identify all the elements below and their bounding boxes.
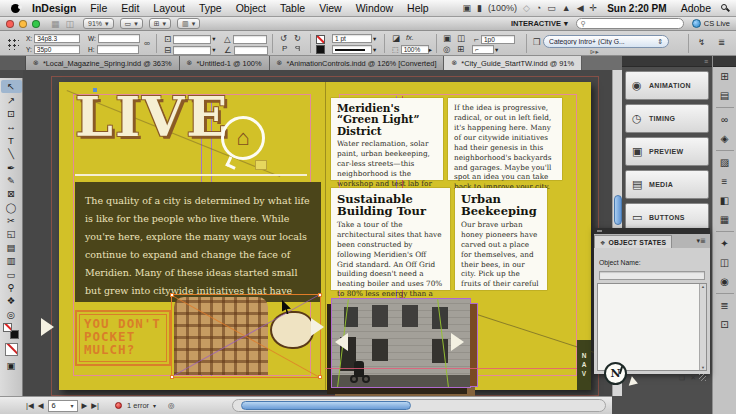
flip-vertical-icon[interactable]: P (295, 44, 300, 53)
displays-icon[interactable]: ▭ (547, 3, 556, 13)
preflight-menu-caret[interactable]: ▾ (153, 402, 156, 409)
menu-object[interactable]: Object (229, 2, 273, 14)
rotation-angle-field[interactable] (233, 35, 267, 44)
ellipse-tool[interactable]: ◯ (1, 201, 22, 214)
panel-button-media[interactable]: ▤MEDIA (625, 170, 709, 199)
zoom-level-dropdown[interactable]: 91%▾ (83, 18, 114, 29)
glyphs-icon[interactable]: ◫ (713, 253, 736, 272)
workspace-switcher[interactable]: INTERACTIVE▾ (511, 19, 568, 28)
spotlight-icon[interactable] (720, 3, 730, 13)
pasteboard-arrow[interactable] (41, 318, 54, 336)
close-window-button[interactable] (6, 20, 14, 28)
x-field[interactable]: 34p8.3 (34, 34, 80, 43)
next-page-button[interactable]: ▶ (82, 401, 88, 410)
gap-tool[interactable]: ↔ (1, 120, 22, 133)
screen-mode-button[interactable]: ▣ (1, 359, 22, 372)
bridge-icon[interactable]: ▦ (51, 19, 60, 29)
constrain-proportions-icon[interactable]: ∞ (144, 38, 150, 48)
wrap-none-icon[interactable]: ▣ (443, 33, 451, 43)
eyedropper-tool[interactable]: ⚲ (1, 281, 22, 294)
zoom-tool[interactable]: ◎ (1, 308, 22, 321)
reference-point-proxy[interactable] (6, 37, 19, 50)
selection-handle[interactable] (170, 293, 174, 297)
last-page-button[interactable]: ▶| (91, 401, 99, 410)
collapse-panels-icon[interactable]: ≡ (704, 58, 708, 65)
swatches-icon[interactable]: ▦ (713, 210, 736, 229)
search-input[interactable] (586, 19, 676, 28)
stroke-weight-field[interactable]: 1 pt (332, 34, 372, 43)
free-transform-tool[interactable]: ◱ (1, 227, 22, 240)
page-tool[interactable]: ⊡ (1, 107, 22, 120)
gradient-tool[interactable]: ▤ (1, 241, 22, 254)
tab-animation-controls[interactable]: ⊗*AnimationControls.indd @ 126% [Convert… (270, 56, 445, 70)
article-sidebar-frame[interactable]: If the idea is progressive, radical, or … (448, 98, 562, 180)
nav-strip[interactable]: NAV (577, 340, 591, 390)
panel-button-animation[interactable]: ◉ANIMATION (625, 71, 709, 100)
stroke-style-dropdown[interactable] (332, 45, 372, 54)
preflight-icon[interactable]: ◎ (168, 401, 175, 410)
object-name-field[interactable] (599, 271, 705, 280)
links-icon[interactable]: ∞ (713, 110, 736, 129)
menu-window[interactable]: Window (349, 2, 400, 14)
menu-indesign[interactable]: InDesign (25, 2, 83, 14)
panel-menu-icon[interactable]: ≣ (718, 37, 725, 47)
panel-button-preview[interactable]: ▣PREVIEW (625, 137, 709, 166)
scale-y-field[interactable] (173, 46, 211, 55)
width-field[interactable] (98, 34, 140, 43)
screen-mode-dropdown[interactable]: ⊞▾ (149, 18, 171, 29)
slideshow-prev-arrow[interactable] (335, 333, 348, 351)
states-list-scrollbar[interactable]: ▲▼ (699, 284, 706, 370)
home-balloon-button[interactable]: ⌂ (221, 116, 265, 160)
zoom-window-button[interactable] (32, 20, 40, 28)
menu-type[interactable]: Type (192, 2, 229, 14)
quick-apply-icon[interactable]: ↯ (698, 37, 705, 47)
fill-proxy-swatch[interactable] (3, 323, 12, 332)
menu-clock[interactable]: Sun 2:20 PM (600, 3, 673, 14)
page-dropdown-caret[interactable]: ▾ (70, 402, 73, 409)
time-machine-icon[interactable]: ◔ (536, 3, 541, 13)
styles-icon[interactable]: ✦ (713, 234, 736, 253)
type-tool[interactable]: T (1, 134, 22, 147)
delete-state-icon[interactable]: ✕ (690, 374, 696, 382)
menu-table[interactable]: Table (273, 2, 312, 14)
view-options-dropdown[interactable]: ▭▾ (120, 18, 143, 29)
gradient-icon[interactable]: ◧ (713, 191, 736, 210)
close-icon[interactable]: ⊗ (277, 59, 283, 67)
stroke-icon[interactable]: ≡ (713, 172, 736, 191)
prev-page-button[interactable]: ◀ (38, 401, 44, 410)
first-page-button[interactable]: |◀ (26, 401, 34, 410)
object-states-tab[interactable]: ❖ OBJECT STATES (594, 235, 672, 248)
selection-tool[interactable]: ↖ (1, 80, 22, 93)
selection-handle[interactable] (318, 375, 322, 379)
panel-button-timing[interactable]: ◷TIMING (625, 104, 709, 133)
resize-grip[interactable] (699, 374, 706, 381)
height-field[interactable] (97, 45, 139, 54)
scissors-tool[interactable]: ✂ (1, 214, 22, 227)
rectangle-frame-tool[interactable]: ⊠ (1, 187, 22, 200)
hand-tool[interactable]: ❖ (1, 294, 22, 307)
menu-file[interactable]: File (83, 2, 114, 14)
selection-handle[interactable] (318, 293, 322, 297)
apply-none-button[interactable] (5, 343, 18, 356)
article-green-light-frame[interactable]: Meridien's “Green Light” District Water … (331, 98, 443, 180)
flip-horizontal-icon[interactable]: P (282, 44, 287, 53)
drop-shadow-icon[interactable]: ◪ (392, 33, 400, 43)
frame-fitting-icon[interactable]: ◎ (443, 44, 450, 54)
effects-icon[interactable]: ▨ (713, 153, 736, 172)
article-building-tour-frame[interactable]: Sustainable Building Tour Take a tour of… (331, 188, 450, 290)
eject-icon[interactable]: ▲ (562, 3, 571, 13)
layers-icon[interactable]: ◈ (713, 129, 736, 148)
dock-header[interactable]: ≡ (622, 56, 712, 67)
menu-help[interactable]: Help (400, 2, 436, 14)
pencil-tool[interactable]: ✎ (1, 174, 22, 187)
tab-city-guide[interactable]: ⊗*City_Guide_StartTW.indd @ 91% (444, 56, 582, 70)
find-icon[interactable]: ◉ (713, 272, 736, 291)
selection-handle[interactable] (170, 375, 174, 379)
intro-text-frame[interactable]: The quality of a city is determined by w… (75, 182, 321, 302)
line-tool[interactable]: ╲ (1, 147, 22, 160)
close-icon[interactable]: ⊗ (451, 59, 457, 67)
horizontal-scrollbar[interactable] (232, 399, 606, 412)
corner-radius-field[interactable]: 1p0 (481, 35, 515, 44)
horizontal-scroll-thumb[interactable] (241, 401, 411, 410)
tab-local-magazine[interactable]: ⊗*Local_Magazine_Spring.indd @ 363% (26, 56, 180, 70)
